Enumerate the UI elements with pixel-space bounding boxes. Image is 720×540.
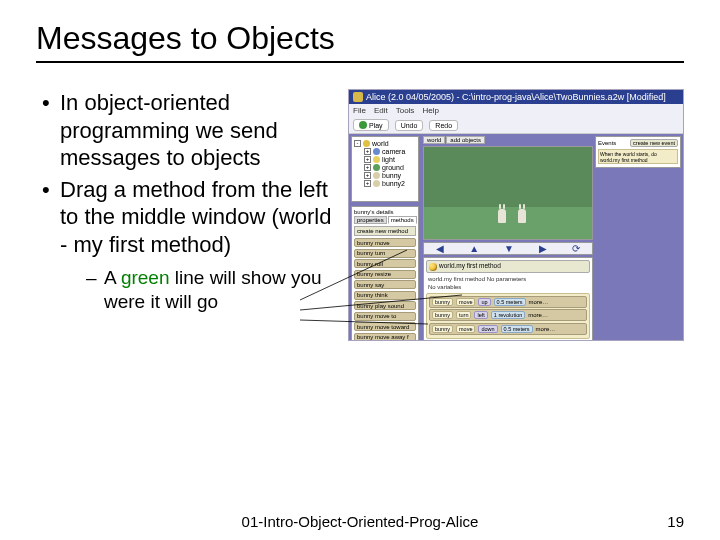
camera-arrows[interactable]: ◀ ▲ ▼ ▶ ⟳: [423, 242, 593, 255]
arrow-rotate-icon[interactable]: ⟳: [572, 243, 580, 254]
create-method-button[interactable]: create new method: [354, 226, 416, 236]
tree-camera[interactable]: +camera: [354, 147, 416, 155]
alice-title-text: Alice (2.0 04/05/2005) - C:\intro-prog-j…: [366, 92, 666, 102]
tree-bunny2[interactable]: +bunny2: [354, 179, 416, 187]
tab-properties[interactable]: properties: [354, 216, 387, 224]
text-column: In object-oriented programming we send m…: [36, 89, 334, 341]
tree-world[interactable]: -world: [354, 139, 416, 147]
footer-text: 01-Intro-Object-Oriented-Prog-Alice: [0, 513, 720, 530]
tree-bunny[interactable]: +bunny: [354, 171, 416, 179]
details-title: bunny's details: [354, 209, 416, 215]
menu-tools[interactable]: Tools: [396, 106, 415, 115]
sub-text-before: A: [104, 267, 121, 288]
arrow-down-icon[interactable]: ▼: [504, 243, 514, 254]
object-tree[interactable]: -world +camera +light +ground +bunny +bu…: [351, 136, 419, 202]
scene-tab-world[interactable]: world: [423, 136, 445, 144]
create-event-button[interactable]: create new event: [630, 139, 678, 147]
tab-methods[interactable]: methods: [388, 216, 417, 224]
menu-help[interactable]: Help: [422, 106, 438, 115]
alice-toolbar: Play Undo Redo: [349, 117, 683, 134]
method-moveto[interactable]: bunny move to: [354, 312, 416, 321]
method-playsound[interactable]: bunny play sound: [354, 301, 416, 310]
method-resize[interactable]: bunny resize: [354, 270, 416, 279]
undo-button[interactable]: Undo: [395, 120, 424, 131]
tab-functions[interactable]: functions: [418, 216, 419, 224]
scene-view[interactable]: [423, 146, 593, 240]
alice-menubar: File Edit Tools Help: [349, 104, 683, 117]
editor-signature: world.my first method No parameters: [426, 275, 590, 283]
bunny-icon: [373, 172, 380, 179]
sub-bullet: A green line will show you were it will …: [86, 266, 334, 314]
green-word: green: [121, 267, 170, 288]
arrow-right-icon[interactable]: ▶: [539, 243, 547, 254]
events-header: Events: [598, 140, 616, 146]
do-in-order-block[interactable]: bunny move up 0.5 meters more… bunny tur…: [426, 293, 590, 340]
scene-tab-addobjects[interactable]: add objects: [446, 136, 485, 144]
slide-title: Messages to Objects: [36, 20, 684, 63]
editor-novars: No variables: [426, 283, 590, 291]
arrow-left-icon[interactable]: ◀: [436, 243, 444, 254]
ground-icon: [373, 164, 380, 171]
center-panel: world add objects ◀ ▲ ▼ ▶ ⟳: [423, 136, 593, 341]
bullet-2-text: Drag a method from the left to the middl…: [60, 177, 331, 257]
light-icon: [373, 156, 380, 163]
alice-titlebar: Alice (2.0 04/05/2005) - C:\intro-prog-j…: [349, 90, 683, 104]
world-icon: [363, 140, 370, 147]
camera-icon: [373, 148, 380, 155]
editor-tab[interactable]: world.my first method: [426, 260, 590, 272]
method-say[interactable]: bunny say: [354, 280, 416, 289]
method-move[interactable]: bunny move: [354, 238, 416, 247]
code-row-2[interactable]: bunny turn left 1 revolution more…: [429, 309, 587, 321]
bullet-2: Drag a method from the left to the middl…: [42, 176, 334, 314]
scene-bunny-2: [518, 209, 526, 223]
method-roll[interactable]: bunny roll: [354, 259, 416, 268]
left-panel: -world +camera +light +ground +bunny +bu…: [349, 134, 421, 341]
events-panel: Events create new event When the world s…: [595, 136, 681, 168]
code-row-1[interactable]: bunny move up 0.5 meters more…: [429, 296, 587, 308]
tree-light[interactable]: +light: [354, 155, 416, 163]
menu-file[interactable]: File: [353, 106, 366, 115]
method-think[interactable]: bunny think: [354, 291, 416, 300]
tree-ground[interactable]: +ground: [354, 163, 416, 171]
method-turn[interactable]: bunny turn: [354, 249, 416, 258]
code-row-3[interactable]: bunny move down 0.5 meters more…: [429, 323, 587, 335]
world-icon: [429, 263, 437, 271]
alice-logo-icon: [353, 92, 363, 102]
method-movetoward[interactable]: bunny move toward: [354, 322, 416, 331]
scene-bunny-1: [498, 209, 506, 223]
arrow-up-icon[interactable]: ▲: [469, 243, 479, 254]
bunny2-icon: [373, 180, 380, 187]
menu-edit[interactable]: Edit: [374, 106, 388, 115]
play-icon: [359, 121, 367, 129]
bullet-1: In object-oriented programming we send m…: [42, 89, 334, 172]
details-panel: bunny's details properties methods funct…: [351, 206, 419, 341]
alice-screenshot: Alice (2.0 04/05/2005) - C:\intro-prog-j…: [348, 89, 684, 341]
play-button[interactable]: Play: [353, 119, 389, 131]
event-row[interactable]: When the world starts, do world.my first…: [598, 149, 678, 164]
method-moveaway[interactable]: bunny move away f: [354, 333, 416, 342]
right-panel: Events create new event When the world s…: [595, 136, 681, 341]
page-number: 19: [667, 513, 684, 530]
redo-button[interactable]: Redo: [429, 120, 458, 131]
method-editor[interactable]: world.my first method world.my first met…: [423, 257, 593, 341]
